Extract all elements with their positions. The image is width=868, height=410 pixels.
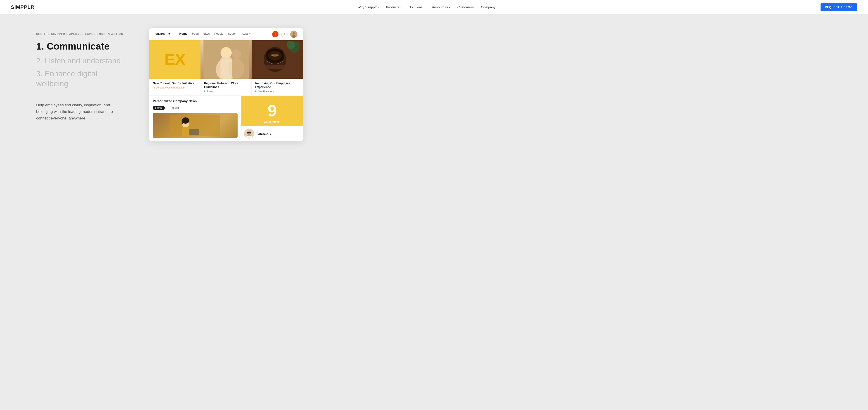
chevron-down-icon: ▾ — [423, 6, 425, 8]
svg-rect-37 — [246, 136, 252, 139]
celebration-number: 9 — [268, 102, 277, 119]
svg-rect-29 — [182, 120, 183, 124]
cards-bottom: Personalized Company News Latest Popular — [149, 96, 303, 141]
people-image — [200, 40, 252, 79]
app-nav-people[interactable]: People — [214, 32, 223, 36]
cards-top-info: New Rollout: Our EX Initiative In Corpor… — [149, 79, 303, 96]
add-button[interactable]: + — [281, 31, 287, 37]
app-navbar: SIMPPLR Home Feed Sites People Search Ap… — [149, 28, 303, 40]
coffee-image — [252, 40, 303, 79]
card-tag-return[interactable]: In Toronto — [204, 90, 248, 93]
chevron-down-icon: ▾ — [400, 6, 401, 8]
left-panel: SEE THE SIMPPLR EMPLOYEE EXPERIENCE IN A… — [36, 28, 131, 122]
app-nav-links: Home Feed Sites People Search Apps ▾ — [179, 32, 267, 36]
app-nav-apps[interactable]: Apps ▾ — [242, 32, 250, 36]
card-info-return: Regional Return to Work Guidelines In To… — [200, 79, 252, 95]
tanaka-name: Tanaka Jiro — [256, 132, 271, 135]
people-svg — [200, 40, 252, 79]
card-title-improving: Improving Our Employee Experience — [255, 82, 299, 89]
card-info-ex: New Rollout: Our EX Initiative In Corpor… — [149, 79, 200, 95]
svg-rect-17 — [284, 53, 290, 55]
heading-enhance: 3. Enhance digital wellbeing — [36, 68, 131, 88]
celebration-panel: 9 Celebrations — [241, 96, 303, 141]
ex-hero-card: EX — [149, 40, 200, 79]
nav-item-resources[interactable]: Resources ▾ — [432, 5, 450, 9]
svg-point-9 — [221, 47, 231, 58]
chevron-down-icon: ▾ — [249, 33, 250, 35]
svg-point-28 — [182, 117, 189, 123]
coffee-svg — [252, 40, 303, 79]
app-content: EX — [149, 40, 303, 141]
nav-link-products[interactable]: Products ▾ — [386, 5, 401, 9]
tanaka-card: Tanaka Jiro — [241, 126, 303, 141]
user-avatar[interactable] — [290, 31, 298, 38]
app-nav-home[interactable]: Home — [179, 32, 187, 36]
news-person-svg — [155, 115, 236, 136]
nav-link-solutions[interactable]: Solutions ▾ — [409, 5, 425, 9]
eyebrow-text: SEE THE SIMPPLR EMPLOYEE EXPERIENCE IN A… — [36, 33, 131, 35]
nav-item-products[interactable]: Products ▾ — [386, 5, 401, 9]
app-nav-feed[interactable]: Feed — [192, 32, 199, 36]
heading-communicate: 1. Communicate — [36, 41, 131, 52]
heading-listen: 2. Listen and understand — [36, 56, 131, 66]
chevron-down-icon: ▾ — [496, 6, 498, 8]
nav-item-customers[interactable]: Customers — [457, 5, 474, 9]
navbar: SIMPPLR Why Simpplr ▾ Products ▾ Solutio… — [0, 0, 868, 14]
app-mockup: SIMPPLR Home Feed Sites People Search Ap… — [149, 28, 303, 141]
nav-link-why[interactable]: Why Simpplr ▾ — [358, 5, 379, 9]
news-tabs: Latest Popular — [153, 106, 238, 110]
ex-hero-text: EX — [164, 50, 185, 69]
chevron-down-icon: ▾ — [449, 6, 450, 8]
news-tab-popular[interactable]: Popular — [167, 106, 181, 110]
svg-rect-30 — [189, 129, 199, 135]
request-demo-button[interactable]: REQUEST A DEMO — [820, 3, 857, 11]
celebration-card: 9 Celebrations — [241, 96, 303, 126]
card-tag-ex[interactable]: In Corporate Communication — [153, 86, 197, 89]
nav-item-solutions[interactable]: Solutions ▾ — [409, 5, 425, 9]
svg-point-2 — [292, 35, 296, 38]
news-person-photo — [153, 113, 238, 138]
card-title-ex: New Rollout: Our EX Initiative — [153, 82, 197, 85]
celebration-label: Celebrations — [264, 120, 281, 123]
app-nav-sites[interactable]: Sites — [203, 32, 210, 36]
card-tag-improving[interactable]: In San Francisco — [255, 90, 299, 93]
news-panel: Personalized Company News Latest Popular — [149, 96, 241, 141]
svg-rect-10 — [220, 57, 232, 79]
svg-point-18 — [263, 65, 287, 69]
avatar-icon — [290, 31, 298, 38]
news-image — [153, 113, 238, 138]
news-panel-title: Personalized Company News — [153, 99, 238, 103]
nav-item-why[interactable]: Why Simpplr ▾ — [358, 5, 379, 9]
app-nav-right: 6 + — [272, 31, 298, 38]
cards-top-images: EX — [149, 40, 303, 79]
coffee-photo-card — [252, 40, 303, 79]
tanaka-avatar — [244, 129, 254, 139]
nav-link-resources[interactable]: Resources ▾ — [432, 5, 450, 9]
svg-point-1 — [293, 32, 295, 35]
news-tab-latest[interactable]: Latest — [153, 106, 165, 110]
app-nav-search[interactable]: Search — [228, 32, 237, 36]
notification-badge[interactable]: 6 — [272, 31, 278, 37]
nav-links: Why Simpplr ▾ Products ▾ Solutions ▾ Res… — [358, 5, 497, 9]
nav-link-customers[interactable]: Customers — [457, 5, 474, 9]
hero-description: Help employees find clarity, inspiration… — [36, 102, 122, 122]
svg-rect-24 — [182, 127, 189, 136]
main-content: SEE THE SIMPPLR EMPLOYEE EXPERIENCE IN A… — [0, 14, 868, 410]
people-photo-card — [200, 40, 252, 79]
site-logo[interactable]: SIMPPLR — [11, 4, 35, 10]
app-logo: SIMPPLR — [155, 32, 170, 36]
card-info-improving: Improving Our Employee Experience In San… — [252, 79, 303, 95]
nav-item-company[interactable]: Company ▾ — [481, 5, 498, 9]
tanaka-avatar-svg — [244, 129, 254, 139]
nav-link-company[interactable]: Company ▾ — [481, 5, 498, 9]
svg-point-20 — [287, 41, 295, 49]
chevron-down-icon: ▾ — [378, 6, 379, 8]
card-title-return: Regional Return to Work Guidelines — [204, 82, 248, 89]
